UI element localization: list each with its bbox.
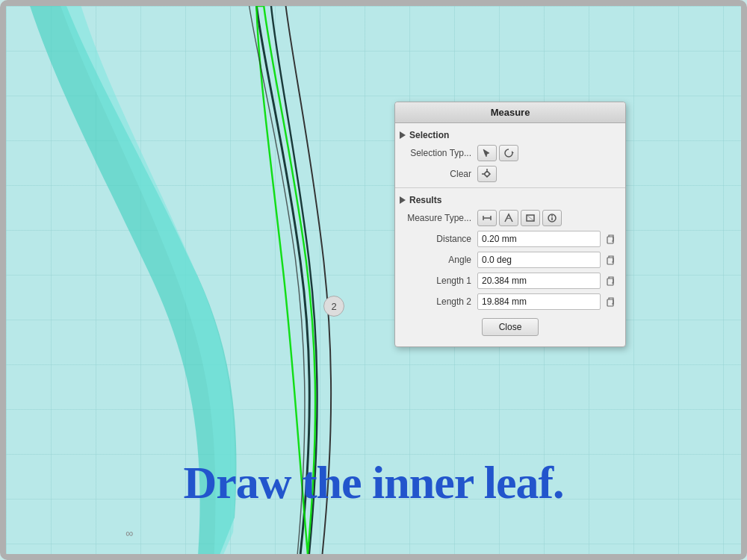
distance-copy-button[interactable] (603, 231, 618, 246)
distance-value[interactable] (477, 231, 601, 247)
length2-copy-button[interactable] (603, 294, 618, 309)
selection-type-row: Selection Typ... (395, 143, 625, 164)
svg-rect-13 (607, 279, 613, 285)
angle-row: Angle (395, 249, 625, 270)
angular-measure-button[interactable] (499, 210, 518, 226)
dialog-body: Selection Selection Typ... (395, 123, 625, 346)
distance-label: Distance (403, 234, 477, 244)
length1-label: Length 1 (403, 276, 477, 286)
svg-rect-12 (607, 258, 613, 264)
measure-dialog: Measure Selection Selection Typ... (394, 102, 626, 347)
measure-type-controls (477, 210, 618, 226)
svg-point-10 (551, 215, 553, 217)
clear-controls (477, 166, 618, 182)
clear-row: Clear (395, 164, 625, 184)
linear-measure-button[interactable] (477, 210, 497, 226)
angle-value[interactable] (477, 252, 601, 268)
dialog-footer: Close (395, 312, 625, 340)
instruction-text: Draw the inner leaf. (6, 456, 741, 509)
main-frame: 2 Measure Selection Selection Typ... (0, 0, 747, 560)
info-measure-button[interactable] (542, 210, 562, 226)
dialog-title: Measure (395, 102, 625, 123)
length1-row: Length 1 (395, 270, 625, 291)
results-collapse-icon[interactable] (400, 196, 406, 204)
svg-marker-0 (483, 149, 489, 157)
angle-label: Angle (403, 255, 477, 265)
svg-point-2 (485, 172, 489, 176)
close-button[interactable]: Close (482, 318, 539, 336)
canvas-area: 2 Measure Selection Selection Typ... (6, 6, 741, 554)
results-section-header: Results (395, 191, 625, 208)
length2-label: Length 2 (403, 296, 477, 307)
infinity-symbol: ∞ (125, 527, 133, 539)
length2-controls (477, 293, 618, 310)
distance-row: Distance (395, 228, 625, 249)
length1-controls (477, 273, 618, 289)
clear-label: Clear (403, 169, 477, 179)
distance-controls (477, 231, 618, 247)
length1-value[interactable] (477, 273, 601, 289)
selection-type-label: Selection Typ... (403, 148, 477, 158)
length2-value[interactable] (477, 293, 601, 310)
selection-arrow-button[interactable] (477, 145, 497, 161)
svg-line-7 (527, 215, 534, 221)
selection-type-controls (477, 145, 618, 161)
length2-row: Length 2 (395, 291, 625, 312)
svg-rect-14 (607, 299, 613, 306)
section-separator (395, 187, 625, 188)
svg-rect-11 (607, 237, 613, 243)
measure-type-label: Measure Type... (403, 213, 477, 223)
length1-copy-button[interactable] (603, 273, 618, 288)
area-measure-button[interactable] (521, 210, 540, 226)
svg-marker-1 (512, 151, 514, 153)
selection-section-header: Selection (395, 126, 625, 143)
selection-rotate-button[interactable] (499, 145, 518, 161)
angle-copy-button[interactable] (603, 252, 618, 267)
measure-type-row: Measure Type... (395, 208, 625, 228)
clear-button[interactable] (477, 166, 497, 182)
selection-collapse-icon[interactable] (400, 131, 406, 139)
angle-controls (477, 252, 618, 268)
point-marker-2: 2 (323, 296, 344, 317)
